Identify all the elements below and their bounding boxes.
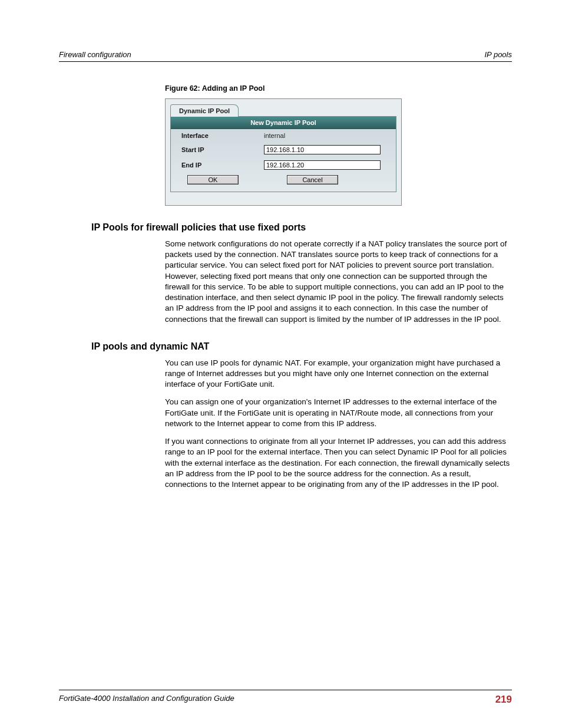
para-dnat-2: You can assign one of your organization'…: [165, 397, 512, 429]
end-ip-input[interactable]: [264, 160, 381, 170]
dialog-panel: New Dynamic IP Pool Interface internal S…: [170, 116, 396, 192]
dialog-screenshot: Dynamic IP Pool New Dynamic IP Pool Inte…: [165, 98, 402, 206]
para-fixed-ports: Some network configurations do not opera…: [165, 239, 512, 325]
row-start-ip: Start IP: [171, 142, 396, 157]
heading-dynamic-nat: IP pools and dynamic NAT: [91, 341, 512, 352]
dialog-title: New Dynamic IP Pool: [171, 117, 396, 129]
tab-row: Dynamic IP Pool: [166, 99, 401, 116]
tab-dynamic-ip-pool[interactable]: Dynamic IP Pool: [170, 104, 239, 117]
para-dnat-3: If you want connections to originate fro…: [165, 436, 512, 490]
start-ip-label: Start IP: [181, 146, 264, 153]
para-dnat-1: You can use IP pools for dynamic NAT. Fo…: [165, 358, 512, 390]
figure-caption: Figure 62: Adding an IP Pool: [165, 84, 512, 93]
heading-fixed-ports: IP Pools for firewall policies that use …: [91, 222, 512, 233]
row-end-ip: End IP: [171, 157, 396, 173]
start-ip-input[interactable]: [264, 145, 381, 154]
header-right: IP pools: [485, 50, 513, 59]
cancel-button[interactable]: Cancel: [287, 175, 338, 185]
footer-title: FortiGate-4000 Installation and Configur…: [59, 694, 234, 706]
button-row: OK Cancel: [171, 173, 396, 185]
page-footer: FortiGate-4000 Installation and Configur…: [59, 690, 512, 706]
interface-value: internal: [264, 132, 285, 139]
header-left: Firewall configuration: [59, 50, 131, 59]
page-number: 219: [495, 694, 512, 706]
ok-button[interactable]: OK: [187, 175, 239, 185]
interface-label: Interface: [181, 132, 264, 139]
end-ip-label: End IP: [181, 162, 264, 169]
page-header: Firewall configuration IP pools: [59, 50, 512, 62]
row-interface: Interface internal: [171, 129, 396, 142]
